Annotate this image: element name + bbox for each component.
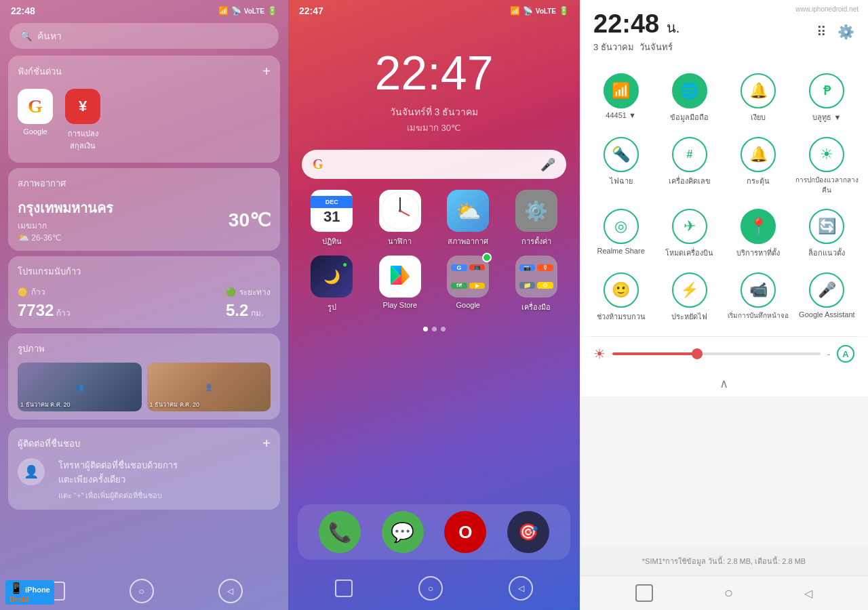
tile-flashlight[interactable]: 🔦 ไฟฉาย	[587, 130, 655, 202]
tile-wifi[interactable]: 📶 44451 ▼	[587, 66, 655, 130]
flashlight-tile-icon: 🔦	[604, 137, 639, 172]
google-assistant-tile-icon: 🎤	[809, 272, 844, 308]
dot-2	[432, 327, 437, 331]
weather-condition: เมฆมาก	[18, 219, 113, 232]
google-folder-label: Google	[456, 301, 480, 309]
focus-tile-label: ช่วงห้ามรบกวน	[597, 310, 646, 323]
google-g-logo: G	[313, 157, 323, 172]
flashlight-tile-label: ไฟฉาย	[610, 175, 633, 187]
right-back-btn[interactable]: ◁	[804, 587, 812, 600]
brightness-icon: ☀	[593, 346, 606, 362]
camera-dock-icon[interactable]: 🎯	[507, 511, 549, 553]
logo-watermark: 📱 iPhone Droid	[5, 580, 54, 605]
voice-search-icon[interactable]: 🎤	[540, 157, 555, 172]
tile-bluetooth[interactable]: Ᵽ บลูทูธ ▼	[793, 66, 861, 130]
tile-airplane[interactable]: ✈ โหมดเครื่องบิน	[655, 202, 724, 266]
opera-dock-icon[interactable]: O	[444, 511, 486, 553]
mid-home-btn[interactable]: ○	[418, 576, 443, 601]
silent-tile-label: เงียบ	[751, 111, 766, 123]
right-recents-btn[interactable]	[635, 584, 653, 602]
screen-record-tile-icon: 📹	[741, 272, 776, 308]
realme-share-tile-label: Realme Share	[597, 247, 644, 255]
steps-title: โปรแกรมนับก้าว	[18, 264, 271, 279]
steps-row: 🟡 ก้าว 7732 ก้าว 🟢 ระยะทาง 5.2 กม.	[18, 285, 271, 320]
app-grid-row2: 🌙 ● รูป	[288, 256, 580, 313]
brightness-slider[interactable]	[612, 352, 821, 355]
watermark: www.iphonedroid.net	[795, 5, 859, 13]
auto-brightness-btn[interactable]: A	[837, 345, 854, 363]
messages-dock-icon[interactable]: 💬	[382, 511, 424, 553]
tile-mobile-data[interactable]: 🌐 ข้อมูลมือถือ	[655, 66, 724, 130]
tile-calculator[interactable]: # เครื่องคิดเลข	[655, 130, 724, 202]
mid-lte-label: VoLTE	[536, 7, 556, 15]
tile-google-assistant[interactable]: 🎤 Google Assistant	[793, 266, 861, 329]
step-emoji: 🟡	[18, 287, 28, 297]
qs-date2: วันจันทร์	[639, 40, 673, 54]
qs-header-icons: ⠿ ⚙️	[816, 24, 854, 40]
phone-dock-icon[interactable]: 📞	[319, 511, 361, 553]
screen-lock-tile-icon: 🔄	[809, 209, 844, 244]
photo-2[interactable]: 👤 1 ธันวาคม ค.ศ. 20	[147, 363, 271, 411]
tile-realme-share[interactable]: ◎ Realme Share	[587, 202, 655, 266]
weather-row: กรุงเทพมหานคร เมฆมาก ⛅ 26-36℃ 30℃	[18, 197, 271, 243]
google-label: Google	[23, 127, 47, 136]
mid-back-btn[interactable]: ◁	[509, 576, 533, 601]
quick-func-icons: G Google ¥ การแปลง สกุลเงิน	[18, 86, 271, 155]
google-folder-app[interactable]: G 📺 🗺 ▶ Google	[437, 256, 500, 313]
currency-label: การแปลง สกุลเงิน	[68, 127, 98, 152]
night-mode-tile-label: การปกป้องแวลากลางคืน	[795, 175, 859, 195]
tile-focus[interactable]: 🙂 ช่วงห้ามรบกวน	[587, 266, 655, 329]
wifi-tile-icon: 📶	[604, 73, 639, 108]
qs-footer: *SIM1*การใช้ข้อมูล วันนี้: 2.8 MB, เดือน…	[580, 547, 868, 575]
right-home-btn[interactable]: ○	[724, 584, 733, 602]
search-bar[interactable]: 🔍 ค้นหา	[9, 23, 279, 49]
lock-weather: เมฆมาก 30℃	[288, 121, 580, 135]
signal-icon: 📶	[218, 6, 229, 16]
mid-wifi-icon: 📡	[523, 6, 533, 16]
tile-dnd[interactable]: 🔔 กระตุ้น	[724, 130, 793, 202]
tile-location[interactable]: 📍 บริการหาที่ตั้ง	[724, 202, 793, 266]
mid-recents-btn[interactable]	[335, 580, 353, 597]
cal-month: DEC	[311, 196, 353, 208]
brightness-dash: -	[827, 349, 830, 359]
qs-grid-icon[interactable]: ⠿	[816, 24, 827, 40]
quick-func-widget: ฟังก์ชั่นด่วน + G Google ¥ การแปลง สกุลเ…	[8, 56, 280, 163]
play-store-app[interactable]: Play Store	[369, 256, 432, 313]
step-count-item: 🟡 ก้าว 7732 ก้าว	[18, 285, 71, 320]
tools-folder-app[interactable]: 📷 🎙 📁 ⚙ เครื่องมือ	[505, 256, 568, 313]
weather-app[interactable]: ⛅ สภาพอากาศ	[437, 190, 500, 247]
tile-night-mode[interactable]: ☀ การปกป้องแวลากลางคืน	[793, 130, 861, 202]
qs-collapse-btn[interactable]: ∧	[580, 371, 868, 396]
calendar-app[interactable]: DEC 31 ปฏิทิน	[300, 190, 363, 247]
dot-1	[423, 327, 428, 331]
tile-silent[interactable]: 🔔 เงียบ	[724, 66, 793, 130]
settings-app[interactable]: ⚙️ การตั้งค่า	[505, 190, 568, 247]
qs-settings-icon[interactable]: ⚙️	[837, 24, 854, 40]
screen-lock-tile-label: ล็อกแนวตั้ง	[808, 247, 845, 259]
add-contact-btn[interactable]: +	[262, 436, 271, 451]
photo-1[interactable]: 👥 1 ธันวาคม ค.ศ. 20	[18, 363, 142, 411]
add-func-btn[interactable]: +	[262, 64, 271, 79]
night-mode-tile-icon: ☀	[809, 137, 844, 172]
currency-func-icon[interactable]: ¥ การแปลง สกุลเงิน	[65, 89, 100, 152]
tile-battery-saver[interactable]: ⚡ ประหยัดไฟ	[655, 266, 724, 329]
collapse-icon: ∧	[719, 376, 728, 391]
silent-tile-icon: 🔔	[741, 73, 776, 108]
home-btn[interactable]: ○	[130, 579, 154, 603]
google-folder-badge	[482, 253, 492, 262]
tile-screen-record[interactable]: 📹 เริ่มการบันทึกหน้าจอ	[724, 266, 793, 329]
home-search-bar[interactable]: G 🎤	[302, 150, 566, 179]
sky-app[interactable]: 🌙 ● รูป	[300, 256, 363, 313]
back-btn[interactable]: ◁	[218, 579, 243, 603]
location-tile-icon: 📍	[741, 209, 776, 244]
clock-app[interactable]: นาฬิกา	[369, 190, 432, 247]
contacts-widget: ผู้ติดต่อที่ชื่นชอบ + 👤 โทรหาผู้ติดต่อที…	[8, 428, 280, 510]
contact-desc: โทรหาผู้ติดต่อที่ชื่นชอบด้วยการแตะเพียงค…	[58, 458, 178, 487]
calendar-label: ปฏิทิน	[322, 235, 342, 247]
location-tile-label: บริการหาที่ตั้ง	[736, 247, 780, 259]
wifi-icon: 📡	[231, 6, 241, 16]
step-unit: ก้าว	[56, 306, 71, 319]
contact-avatar: 👤	[18, 458, 45, 485]
google-func-icon[interactable]: G Google	[18, 89, 53, 152]
tile-screen-lock[interactable]: 🔄 ล็อกแนวตั้ง	[793, 202, 861, 266]
